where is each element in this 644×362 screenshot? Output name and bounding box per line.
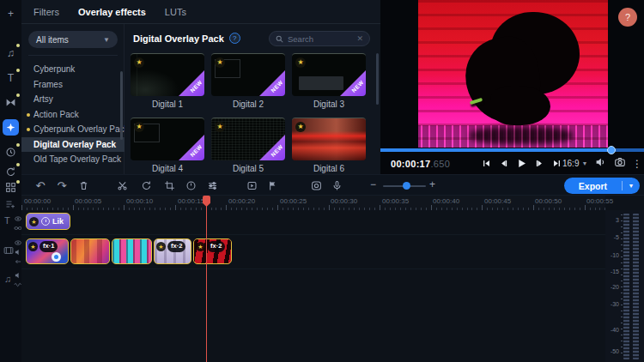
clip-speed-icon[interactable] [183, 178, 198, 193]
favorite-star-icon[interactable]: ★ [295, 122, 306, 132]
undo-icon[interactable]: ↶ [33, 178, 48, 193]
sidebar-item-action-pack[interactable]: Action Pack [21, 107, 125, 123]
clear-search-icon[interactable]: ✕ [356, 34, 363, 43]
effect-thumb-digital-3[interactable]: ★ NEW [292, 53, 366, 96]
titles-icon[interactable]: T [3, 69, 19, 86]
notification-dot [16, 69, 20, 72]
timeline-tracks[interactable]: ★ Lik ★ fx·1 ★ fx·2 ★ [21, 210, 605, 362]
transitions-icon[interactable] [3, 94, 19, 111]
transport-buttons [482, 158, 562, 169]
favorite-star-icon[interactable]: ★ [215, 122, 225, 132]
video-clip-4[interactable]: ★ fx·2 [154, 238, 191, 264]
voiceover-mic-icon[interactable] [329, 178, 344, 193]
split-scissors-icon[interactable] [114, 178, 130, 193]
favorite-star-icon: ★ [196, 242, 205, 251]
marker-flag-icon[interactable] [264, 178, 280, 193]
sidebar-item-frames[interactable]: Frames [21, 77, 125, 93]
video-frame[interactable] [418, 0, 608, 148]
redo-icon[interactable]: ↷ [54, 178, 70, 193]
fx-badge: fx·2 [207, 241, 225, 252]
preview-menu-icon[interactable]: ⋮ [632, 158, 642, 170]
tab-filters[interactable]: Filters [33, 7, 59, 17]
notification-dot [16, 143, 20, 147]
sidebar-item-digital-overlay-pack[interactable]: Digital Overlay Pack [21, 137, 125, 153]
video-editor-app: + ♫ T Filters Overlay effects LUTs All i… [0, 0, 644, 362]
effect-thumb-digital-4[interactable]: ★ NEW [131, 118, 204, 160]
all-items-dropdown[interactable]: All items ▼ [28, 31, 118, 48]
play-button[interactable] [516, 158, 527, 169]
help-button[interactable]: ? [618, 8, 637, 27]
playback-controls: 00:00:17.650 16:9▼ ⋮ [380, 153, 644, 174]
go-to-start-button[interactable] [482, 159, 491, 168]
seek-bar[interactable] [380, 148, 644, 152]
video-clip-2[interactable] [70, 238, 110, 264]
sidebar-item-cyberpunk-overlay-pack[interactable]: Cyberpunk Overlay Pack [21, 122, 125, 137]
tab-luts[interactable]: LUTs [165, 7, 186, 17]
effect-thumb-digital-2[interactable]: ★ NEW [211, 53, 285, 96]
thumb-label: Digital 6 [292, 164, 366, 173]
thumb-label: Digital 4 [131, 164, 204, 173]
ruler-label: 00:00:55 [586, 197, 613, 205]
delete-icon[interactable] [76, 178, 91, 193]
more-tools-icon[interactable] [3, 181, 19, 193]
next-frame-button[interactable] [535, 159, 544, 168]
effect-thumb-digital-6[interactable]: ★ [292, 118, 366, 160]
sidebar-item-old-tape-overlay-pack[interactable]: Old Tape Overlay Pack [21, 152, 125, 167]
aspect-ratio-dropdown[interactable]: 16:9▼ [562, 159, 587, 168]
ruler-label: 00:00:05 [75, 197, 101, 205]
timeline-zoom-out-icon[interactable]: − [370, 178, 376, 190]
timeline-zoom-handle[interactable] [403, 182, 410, 190]
meter-channel-left [623, 214, 629, 359]
search-box[interactable]: ✕ [269, 31, 370, 46]
seek-progress [380, 148, 611, 152]
crop-icon[interactable] [161, 178, 177, 193]
add-media-icon[interactable]: + [3, 5, 19, 21]
track-divider [21, 234, 605, 235]
sidebar-item-cyberpunk[interactable]: Cyberpunk [21, 62, 125, 77]
timeline-zoom-in-icon[interactable]: + [429, 178, 435, 190]
snapshot-camera-icon[interactable] [614, 156, 626, 172]
fx-badge: fx·2 [167, 241, 185, 252]
timeline-ruler[interactable]: 00:00:00 00:00:05 00:00:10 00:00:15 00:0… [21, 196, 605, 210]
favorite-star-icon[interactable]: ★ [215, 57, 225, 68]
notification-dot [16, 44, 20, 47]
video-clip-1[interactable]: ★ fx·1 [26, 238, 69, 264]
playhead-line [206, 196, 207, 362]
pan-rotate-icon[interactable] [3, 164, 19, 180]
video-clip-5[interactable]: ★ fx·2 [193, 238, 232, 264]
previous-frame-button[interactable] [499, 159, 508, 168]
grid-scrollbar[interactable] [376, 53, 379, 105]
audio-icon[interactable]: ♫ [3, 45, 19, 61]
webcam-capture-icon[interactable] [308, 178, 324, 193]
favorite-star-icon[interactable]: ★ [295, 57, 306, 68]
chevron-down-icon: ▼ [581, 160, 587, 166]
sidebar-scrollbar[interactable] [120, 71, 123, 140]
color-adjustments-icon[interactable] [204, 178, 220, 193]
rotate-icon[interactable] [138, 178, 154, 193]
go-to-end-button[interactable] [552, 159, 562, 168]
duration-clock-icon[interactable] [3, 144, 19, 160]
effects-icon[interactable] [3, 119, 19, 136]
video-clip-3[interactable] [112, 238, 152, 264]
thumb-label: Digital 2 [211, 100, 285, 109]
add-track-icon[interactable] [5, 199, 15, 211]
favorite-star-icon[interactable]: ★ [134, 122, 144, 132]
overlay-icon[interactable] [244, 178, 259, 193]
export-options-chevron[interactable]: ▼ [623, 183, 640, 189]
volume-icon[interactable] [594, 156, 606, 172]
search-input[interactable] [288, 34, 352, 44]
audio-level-meter: 3 -5 -10 -15 -20 -30 -40 -50 [605, 210, 644, 362]
ruler-label: 00:00:30 [331, 197, 357, 205]
effect-thumb-digital-5[interactable]: ★ NEW [211, 118, 285, 160]
pack-help-icon[interactable]: ? [229, 33, 240, 44]
tab-overlay-effects[interactable]: Overlay effects [78, 7, 146, 17]
favorite-star-icon[interactable]: ★ [134, 57, 144, 68]
title-clip[interactable]: ★ Lik [26, 213, 70, 230]
favorite-star-icon: ★ [29, 217, 39, 226]
sidebar-item-artsy[interactable]: Artsy [21, 92, 125, 107]
favorite-star-icon: ★ [28, 242, 38, 251]
notification-dot [16, 163, 20, 166]
meter-channel-right [633, 214, 639, 359]
export-button[interactable]: Export ▼ [564, 178, 640, 194]
effect-thumb-digital-1[interactable]: ★ NEW [131, 53, 204, 96]
